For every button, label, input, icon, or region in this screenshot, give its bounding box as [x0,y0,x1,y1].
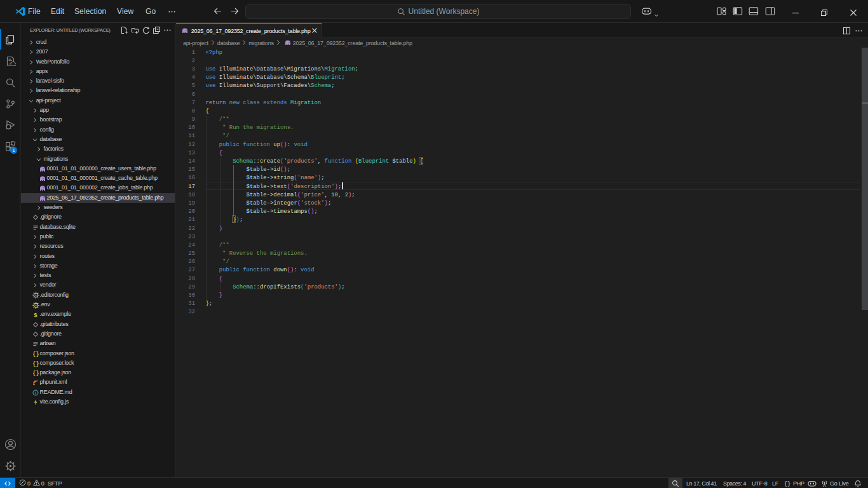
svg-text:{}: {} [32,351,39,357]
svg-text:{}: {} [32,361,39,367]
svg-text:$: $ [34,311,37,318]
svg-text:{}: {} [784,481,790,487]
svg-text:{}: {} [32,370,39,376]
